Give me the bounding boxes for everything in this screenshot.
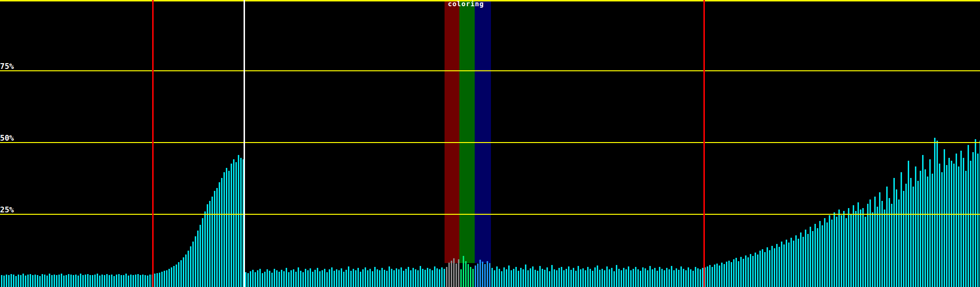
- bar: [401, 267, 402, 287]
- bar: [479, 260, 481, 287]
- bar: [506, 269, 507, 287]
- bar: [570, 270, 572, 287]
- bar: [788, 243, 790, 287]
- bar: [219, 182, 220, 287]
- bar: [11, 274, 12, 287]
- bar: [879, 192, 880, 287]
- bar: [798, 239, 799, 287]
- bar: [580, 269, 581, 287]
- gridline-25: [0, 214, 980, 215]
- bar: [185, 254, 187, 287]
- bar: [118, 274, 120, 287]
- bar: [869, 199, 871, 287]
- bar: [417, 270, 419, 287]
- bar: [204, 211, 206, 287]
- bar: [22, 274, 24, 287]
- bar: [707, 266, 708, 287]
- bar: [733, 259, 735, 287]
- bar: [934, 138, 935, 287]
- bar: [745, 255, 746, 287]
- bar: [709, 265, 711, 287]
- bar: [752, 256, 754, 287]
- bar: [200, 225, 201, 287]
- bar: [932, 174, 933, 287]
- bar: [305, 269, 306, 287]
- bar: [889, 198, 890, 287]
- bar: [463, 256, 464, 287]
- bar: [250, 271, 251, 287]
- bar: [374, 267, 376, 287]
- bar: [965, 171, 967, 287]
- bar: [379, 270, 380, 287]
- bar: [322, 270, 323, 287]
- bar: [573, 268, 574, 287]
- bar: [776, 244, 778, 287]
- bar: [826, 222, 828, 287]
- bar: [905, 184, 907, 287]
- bar: [37, 275, 38, 287]
- bar: [384, 270, 385, 287]
- bar: [716, 264, 718, 287]
- bar: [970, 161, 971, 287]
- bar: [664, 270, 665, 287]
- bar: [814, 224, 816, 287]
- bar: [99, 276, 100, 287]
- bar: [20, 275, 22, 287]
- bar: [913, 187, 914, 287]
- bar: [475, 265, 476, 287]
- bar: [405, 269, 407, 287]
- bar: [843, 211, 845, 287]
- gridline-75: [0, 70, 980, 71]
- bar: [972, 152, 974, 287]
- bar: [606, 266, 608, 287]
- bar: [113, 276, 115, 287]
- red-band: [445, 1, 459, 263]
- bar: [46, 276, 48, 287]
- bar: [434, 266, 435, 287]
- bar: [145, 275, 146, 287]
- bar: [805, 230, 806, 287]
- bar: [822, 225, 823, 287]
- bar: [649, 266, 651, 287]
- bar: [563, 270, 565, 287]
- bar: [724, 264, 725, 287]
- bar: [25, 276, 26, 287]
- green-band: [459, 1, 475, 263]
- bar: [824, 218, 825, 287]
- bar: [355, 270, 356, 287]
- bar: [140, 275, 141, 287]
- bar: [508, 265, 510, 287]
- bar: [630, 270, 632, 287]
- bar: [168, 269, 170, 287]
- bar: [104, 275, 105, 287]
- bar: [738, 261, 739, 287]
- gridline-50: [0, 142, 980, 143]
- bar: [381, 268, 383, 287]
- bar: [800, 232, 802, 287]
- bar: [628, 266, 629, 287]
- bar: [616, 265, 617, 287]
- bar: [527, 270, 529, 287]
- bar: [137, 274, 139, 287]
- bar: [956, 154, 957, 287]
- bar: [18, 275, 19, 287]
- bar: [343, 272, 345, 287]
- bar: [252, 270, 254, 287]
- bar: [810, 227, 811, 287]
- bar: [267, 269, 268, 287]
- bar: [642, 267, 644, 287]
- bar: [367, 270, 368, 287]
- bar: [1, 275, 2, 287]
- bar: [171, 267, 172, 287]
- bar: [817, 228, 818, 287]
- bar: [51, 275, 53, 287]
- bar: [532, 266, 534, 287]
- bar: [585, 270, 586, 287]
- bar: [915, 166, 916, 287]
- bar: [116, 275, 117, 287]
- bar: [32, 275, 33, 287]
- bar: [231, 164, 232, 287]
- bar: [350, 271, 352, 287]
- bar: [436, 268, 438, 287]
- bar: [939, 164, 940, 287]
